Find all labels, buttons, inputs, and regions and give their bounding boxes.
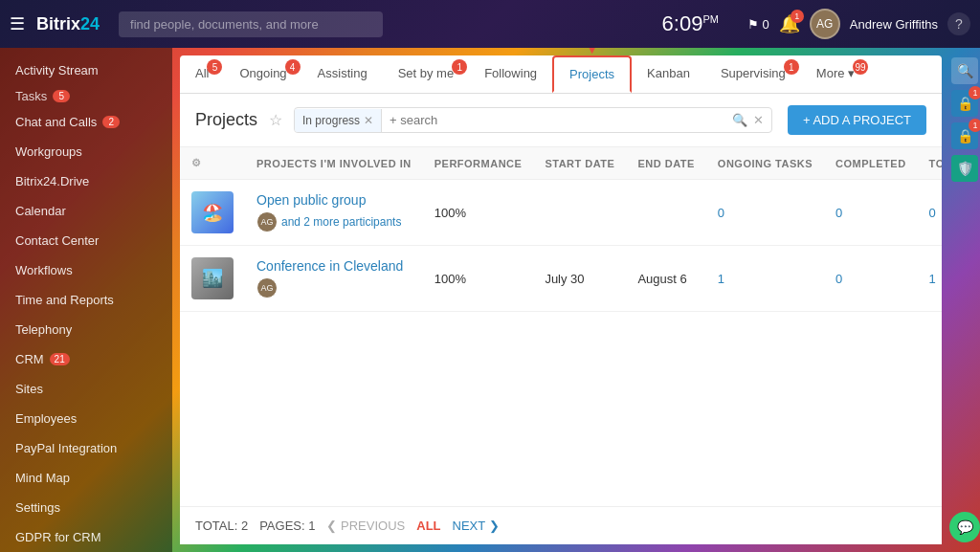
sidebar-item-employees[interactable]: Employees [0,404,172,433]
project-image-1: 🏖️ [191,191,234,233]
search-clear-icon[interactable]: ✕ [753,113,764,127]
project-name-2[interactable]: Conference in Cleveland [256,258,403,274]
table-col-completed: COMPLETED [824,147,918,180]
tab-assisting[interactable]: Assisting [302,55,383,93]
project-completed-2[interactable]: 0 [824,246,918,312]
add-project-button[interactable]: + ADD A PROJECT [788,105,926,135]
project-name-1[interactable]: Open public group [256,192,366,208]
right-sidebar: 🔍 🔒 1 🔒 1 🛡️ 💬 [949,48,980,552]
pagination: TOTAL: 2 PAGES: 1 ❮ PREVIOUS ALL NEXT ❯ [180,506,942,544]
search-bar: In progress ✕ 🔍 ✕ [294,107,772,133]
project-image-2: 🏙️ [191,257,234,299]
tab-more[interactable]: More ▾ 99 [801,55,870,93]
sidebar-item-workflows[interactable]: Workflows [0,255,172,285]
project-search-input[interactable] [382,108,724,132]
sidebar-item-paypal[interactable]: PayPal Integration [0,433,172,463]
participant-avatar-2: AG [256,277,278,298]
sidebar-item-calendar[interactable]: Calendar [0,196,172,226]
sidebar-item-mindmap[interactable]: Mind Map [0,463,172,493]
project-ongoing-1[interactable]: 0 [706,180,824,246]
tab-bar: All 5 Ongoing 4 Assisting Set by me 1 Fo… [180,55,942,94]
sidebar-item-activity-stream[interactable]: Activity Stream [0,55,172,85]
project-start-2: July 30 [533,246,626,312]
tab-arrow: ▼ [583,48,602,58]
participant-avatar: AG [256,211,278,232]
hamburger-icon[interactable]: ☰ [10,13,25,34]
project-end-2: August 6 [626,246,705,312]
sidebar-item-gdpr[interactable]: GDPR for CRM [0,522,172,552]
tab-following[interactable]: Following [469,55,552,93]
filter-tag[interactable]: In progress ✕ [295,109,382,132]
content-area: All 5 Ongoing 4 Assisting Set by me 1 Fo… [172,48,980,552]
sidebar-item-time-reports[interactable]: Time and Reports [0,285,172,315]
username-label[interactable]: Andrew Griffiths [850,17,938,32]
pagination-total: TOTAL: 2 [195,519,248,533]
project-start-1 [533,180,626,246]
project-total-1[interactable]: 0 [918,180,942,246]
main-panel: Projects ☆ In progress ✕ 🔍 ✕ + ADD A PRO… [180,94,942,544]
project-performance-1: 100% [423,180,534,246]
topbar: ☰ Bitrix24 6:09PM ⚑ 0 🔔 1 AG Andrew Grif… [0,0,980,48]
project-end-1 [626,180,705,246]
sidebar-item-sites[interactable]: Sites [0,374,172,404]
tab-all[interactable]: All 5 [180,55,224,93]
table-col-start: START DATE [533,147,626,180]
sidebar-item-bitrix24-drive[interactable]: Bitrix24.Drive [0,166,172,196]
pagination-prev[interactable]: ❮ PREVIOUS [326,519,405,533]
sidebar-item-crm[interactable]: CRM 21 [0,344,172,374]
search-submit-icon[interactable]: 🔍 [732,113,747,127]
right-icon-chat[interactable]: 💬 [949,512,980,542]
more-participants-link[interactable]: and 2 more participants [281,215,401,229]
notification-bell[interactable]: 🔔 1 [779,13,800,34]
right-icon-lock2[interactable]: 🔒 1 [951,122,978,149]
table-row: 🏙️ Conference in Cleveland AG 100% [180,246,942,312]
right-icon-shield[interactable]: 🛡️ [951,155,978,182]
pagination-pages: PAGES: 1 [259,519,315,533]
table-col-performance: PERFORMANCE [423,147,534,180]
tab-set-by-me[interactable]: Set by me 1 [383,55,470,93]
table-col-name: PROJECTS I'M INVOLVED IN [245,147,423,180]
help-icon[interactable]: ? [947,12,970,35]
clock-display: 6:09PM [662,11,719,36]
table-col-end: END DATE [626,147,705,180]
main-layout: Activity Stream Tasks 5 Chat and Calls 2… [0,48,980,552]
app-logo: Bitrix24 [36,14,100,34]
tab-supervising[interactable]: Supervising 1 [705,55,801,93]
flag-icon[interactable]: ⚑ 0 [747,17,769,32]
sidebar-item-workgroups[interactable]: Workgroups [0,137,172,166]
filter-tag-close[interactable]: ✕ [364,114,373,127]
sidebar-item-tasks[interactable]: Tasks 5 [0,85,172,107]
global-search-input[interactable] [119,11,383,37]
right-icon-search[interactable]: 🔍 [951,57,978,84]
notification-badge: 1 [791,10,804,23]
table-row: 🏖️ Open public group AG and 2 more parti… [180,180,942,246]
project-ongoing-2[interactable]: 1 [706,246,824,312]
pagination-all[interactable]: ALL [416,519,440,533]
sidebar: Activity Stream Tasks 5 Chat and Calls 2… [0,48,172,552]
project-participants-1: AG and 2 more participants [256,211,412,232]
project-participants-2: AG [256,277,412,298]
projects-table: ⚙ PROJECTS I'M INVOLVED IN PERFORMANCE S… [180,147,942,506]
page-title: Projects [195,110,257,130]
tab-projects[interactable]: Projects ▼ [552,55,632,93]
user-avatar[interactable]: AG [810,9,840,39]
pagination-next[interactable]: NEXT ❯ [453,519,500,533]
right-icon-lock1[interactable]: 🔒 1 [951,90,978,117]
sidebar-item-chat-calls[interactable]: Chat and Calls 2 [0,107,172,137]
project-completed-1[interactable]: 0 [824,180,918,246]
tab-kanban[interactable]: Kanban [632,55,705,93]
sidebar-item-settings[interactable]: Settings [0,493,172,522]
table-col-ongoing: ONGOING TASKS [706,147,824,180]
table-col-total: TOTAL [918,147,942,180]
sidebar-item-contact-center[interactable]: Contact Center [0,226,172,255]
project-performance-2: 100% [423,246,534,312]
project-total-2[interactable]: 1 [918,246,942,312]
star-icon[interactable]: ☆ [269,111,282,129]
projects-header: Projects ☆ In progress ✕ 🔍 ✕ + ADD A PRO… [180,94,942,147]
tab-ongoing[interactable]: Ongoing 4 [224,55,301,93]
table-col-settings[interactable]: ⚙ [180,147,245,180]
sidebar-item-telephony[interactable]: Telephony [0,315,172,344]
